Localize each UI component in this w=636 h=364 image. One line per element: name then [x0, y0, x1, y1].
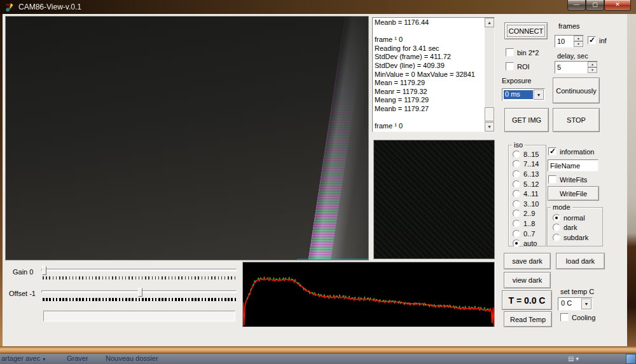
iso-groupbox: iso 8..157..146..135..124..113..102..91.… [508, 145, 546, 246]
radio-icon [553, 234, 560, 241]
offset-slider-ticks [43, 298, 237, 301]
client-area: Meanb = 1176.44 frame ¹ 0Reading for 3.4… [3, 14, 627, 346]
radio-icon [513, 210, 520, 217]
writefile-button[interactable]: WriteFile [548, 186, 599, 201]
iso-radio-3-10[interactable]: 3..10 [513, 199, 539, 209]
scroll-down-icon[interactable]: ▼ [485, 122, 494, 131]
mode-radio-normal[interactable]: normal [553, 213, 588, 223]
connect-button[interactable]: CONNECT [504, 22, 548, 39]
mode-radio-subdark[interactable]: subdark [553, 233, 588, 243]
stats-line: StdDev (frame) = 411.72 [375, 53, 483, 62]
radio-icon [553, 224, 560, 231]
view-dark-button[interactable]: view dark [504, 272, 551, 288]
iso-radio-6-13[interactable]: 6..13 [513, 169, 539, 179]
stats-memo[interactable]: Meanb = 1176.44 frame ¹ 0Reading for 3.4… [372, 17, 495, 132]
radio-icon [513, 200, 520, 208]
iso-radio-2-9[interactable]: 2..9 [513, 209, 539, 219]
app-icon [5, 3, 15, 12]
memo-scrollbar[interactable]: ▲ ▼ [485, 18, 494, 131]
iso-radio-auto[interactable]: auto [513, 238, 539, 248]
gain-slider-track[interactable] [41, 269, 237, 271]
offset-slider[interactable] [41, 288, 237, 302]
explorer-item-nouveau-dossier[interactable]: Nouveau dossier [106, 354, 158, 362]
exposure-combo[interactable]: 0 ms ▼ [502, 88, 545, 101]
exposure-dropdown-icon[interactable]: ▼ [534, 90, 544, 100]
roi-checkbox[interactable]: ROI [506, 62, 530, 71]
explorer-toolbar: ▤ ▾ artager avec▾GraverNouveau dossier [0, 354, 636, 364]
minimize-icon: — [574, 1, 579, 8]
set-temp-dropdown-icon[interactable]: ▼ [581, 299, 591, 309]
stop-button[interactable]: STOP [553, 108, 600, 132]
chevron-down-icon: ▾ [43, 356, 45, 362]
temperature-display: T = 0.0 C [502, 290, 552, 310]
load-dark-button[interactable]: load dark [556, 253, 605, 269]
offset-label: Offset -1 [9, 290, 36, 297]
radio-label: 1..8 [523, 220, 535, 227]
window-frame-bottom [0, 346, 636, 354]
frames-spinner[interactable]: ▲▼ [555, 35, 584, 48]
change-view-icon[interactable]: ▤ ▾ [568, 355, 579, 362]
radio-label: 6..13 [523, 170, 539, 178]
mode-radio-dark[interactable]: dark [553, 223, 588, 233]
close-icon: ✕ [615, 1, 620, 8]
stats-line: Mean = 1179.29 [375, 79, 483, 88]
stats-line: Meanb = 1176.44 [375, 18, 483, 27]
read-temp-button[interactable]: Read Temp [504, 311, 552, 327]
exposure-label: Exposure [502, 77, 531, 84]
cooling-checkbox[interactable]: Cooling [560, 313, 595, 321]
close-button[interactable]: ✕ [604, 0, 631, 11]
continuously-button[interactable]: Continuously [553, 78, 600, 104]
gain-slider[interactable] [41, 266, 237, 280]
radio-label: auto [523, 239, 537, 247]
save-dark-button[interactable]: save dark [504, 253, 551, 269]
stats-line: Reading for 3.41 sec [375, 44, 483, 53]
iso-radio-5-12[interactable]: 5..12 [513, 179, 539, 189]
set-temp-value: 0 C [560, 299, 581, 309]
scrollbar-thumb[interactable] [485, 107, 494, 121]
explorer-item-artager-avec[interactable]: artager avec▾ [1, 354, 45, 362]
delay-down-icon[interactable]: ▼ [588, 67, 597, 73]
frames-up-icon[interactable]: ▲ [574, 36, 583, 41]
delay-spinner[interactable]: ▲▼ [555, 61, 598, 74]
get-img-button[interactable]: GET IMG [504, 108, 549, 132]
bin2x2-checkbox[interactable]: bin 2*2 [506, 48, 539, 57]
scroll-up-icon[interactable]: ▲ [485, 18, 494, 27]
frames-down-icon[interactable]: ▼ [574, 41, 583, 47]
filename-input[interactable] [548, 159, 598, 172]
gain-slider-ticks [43, 276, 237, 280]
radio-icon [513, 170, 520, 178]
maximize-button[interactable]: ▢ [586, 0, 604, 11]
maximize-icon: ▢ [592, 1, 598, 8]
set-temp-combo[interactable]: 0 C ▼ [558, 297, 593, 311]
radio-label: subdark [563, 234, 588, 241]
radio-label: 5..12 [523, 180, 539, 188]
writefits-checkbox[interactable]: WriteFits [548, 175, 587, 184]
radio-label: 8..15 [523, 151, 539, 158]
radio-icon [513, 151, 520, 158]
radio-icon [513, 220, 520, 227]
stats-line: Meanr = 1179.32 [375, 88, 483, 97]
stats-line: frame ¹ 0 [375, 122, 483, 131]
gain-slider-thumb[interactable] [42, 266, 46, 275]
offset-slider-thumb[interactable] [138, 288, 142, 297]
information-checkbox[interactable]: information [548, 147, 594, 156]
stats-text: Meanb = 1176.44 frame ¹ 0Reading for 3.4… [375, 18, 483, 131]
iso-radio-8-15[interactable]: 8..15 [513, 149, 539, 159]
minimize-button[interactable]: — [567, 0, 586, 11]
stats-line: Meang = 1179.29 [375, 96, 483, 105]
delay-up-icon[interactable]: ▲ [588, 62, 597, 67]
iso-radio-7-14[interactable]: 7..14 [513, 159, 539, 170]
explorer-corner-icon [626, 354, 636, 364]
window-frame-right [627, 14, 636, 346]
screen: ▤ ▾ artager avec▾GraverNouveau dossier C… [0, 0, 636, 364]
radio-icon [513, 239, 520, 247]
set-temp-label: set temp C [560, 288, 594, 295]
stats-line [375, 27, 483, 36]
inf-checkbox[interactable]: inf [588, 36, 607, 44]
radio-icon [513, 230, 520, 238]
iso-radio-1-8[interactable]: 1..8 [513, 219, 539, 229]
stats-line: StdDev (line) = 409.39 [375, 62, 483, 71]
iso-radio-4-11[interactable]: 4..11 [513, 189, 539, 199]
explorer-item-graver[interactable]: Graver [67, 354, 88, 362]
iso-radio-0-7[interactable]: 0..7 [513, 229, 539, 239]
